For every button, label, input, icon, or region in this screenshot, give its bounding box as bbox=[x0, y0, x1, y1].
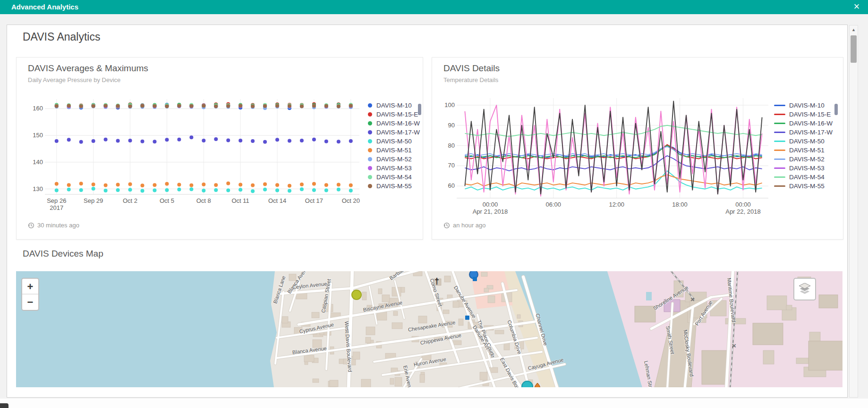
svg-text:140: 140 bbox=[33, 158, 43, 166]
legend-swatch bbox=[368, 130, 372, 134]
svg-text:Sep 29: Sep 29 bbox=[84, 197, 103, 204]
svg-text:12:00: 12:00 bbox=[609, 201, 624, 208]
map-layers-button[interactable] bbox=[793, 278, 816, 300]
legend-label: DAVIS-M-15-E bbox=[789, 111, 831, 118]
legend-label: DAVIS-M-17-W bbox=[789, 129, 833, 136]
close-icon[interactable]: × bbox=[850, 0, 863, 14]
legend-label: DAVIS-M-51 bbox=[376, 147, 412, 154]
legend-swatch bbox=[368, 175, 372, 179]
analytics-panel: DAVIS Analytics DAVIS Averages & Maximum… bbox=[7, 25, 848, 398]
legend-item[interactable]: DAVIS-M-17-W bbox=[774, 128, 833, 137]
legend-item[interactable]: DAVIS-M-51 bbox=[774, 146, 833, 155]
svg-text:00:00: 00:00 bbox=[735, 201, 751, 208]
legend-swatch bbox=[774, 185, 785, 187]
legend-swatch bbox=[774, 176, 785, 178]
legend-item[interactable]: DAVIS-M-16-W bbox=[368, 119, 420, 128]
svg-text:130: 130 bbox=[33, 185, 43, 192]
legend-label: DAVIS-M-10 bbox=[376, 102, 412, 109]
chart-legend: DAVIS-M-10DAVIS-M-15-EDAVIS-M-16-WDAVIS-… bbox=[368, 101, 420, 191]
svg-text:160: 160 bbox=[33, 105, 43, 112]
map-symbol: † bbox=[434, 277, 439, 285]
svg-text:Sep 26: Sep 26 bbox=[47, 197, 66, 204]
svg-text:Oct 11: Oct 11 bbox=[232, 197, 249, 204]
svg-text:70: 70 bbox=[448, 162, 455, 169]
window-titlebar: Advanced Analytics × bbox=[0, 0, 868, 14]
map-tiles bbox=[16, 271, 842, 387]
legend-item[interactable]: DAVIS-M-55 bbox=[774, 182, 833, 191]
legend-item[interactable]: DAVIS-M-15-E bbox=[368, 110, 420, 119]
legend-label: DAVIS-M-17-W bbox=[376, 129, 420, 136]
svg-text:Oct 5: Oct 5 bbox=[160, 197, 174, 204]
device-marker-blue-sq1[interactable] bbox=[473, 277, 477, 281]
scrollbar-up-arrow[interactable]: ▲ bbox=[850, 25, 858, 34]
history-clock-icon bbox=[28, 222, 34, 229]
legend-swatch bbox=[774, 158, 785, 160]
legend-label: DAVIS-M-54 bbox=[376, 174, 412, 181]
scrollbar-thumb[interactable] bbox=[851, 35, 857, 63]
legend-swatch bbox=[774, 105, 785, 106]
legend-swatch bbox=[368, 166, 372, 170]
legend-swatch bbox=[368, 112, 372, 117]
legend-item[interactable]: DAVIS-M-15-E bbox=[774, 110, 833, 119]
legend-item[interactable]: DAVIS-M-16-W bbox=[774, 119, 833, 128]
svg-text:Apr 22, 2018: Apr 22, 2018 bbox=[725, 208, 760, 215]
svg-text:150: 150 bbox=[33, 132, 43, 139]
legend-swatch bbox=[368, 103, 372, 108]
legend-item[interactable]: DAVIS-M-50 bbox=[774, 137, 833, 146]
legend-item[interactable]: DAVIS-M-10 bbox=[368, 101, 420, 110]
updated-status: 30 minutes ago bbox=[28, 222, 79, 229]
updated-status: an hour ago bbox=[443, 222, 485, 229]
legend-item[interactable]: DAVIS-M-51 bbox=[368, 146, 420, 155]
devices-map[interactable]: Blanca LaneBlanca AvenueCeylon AvenueCas… bbox=[16, 271, 842, 387]
svg-text:80: 80 bbox=[448, 142, 455, 149]
chart-legend: DAVIS-M-10DAVIS-M-15-EDAVIS-M-16-WDAVIS-… bbox=[774, 101, 833, 191]
card-averages-title: DAVIS Averages & Maximums bbox=[28, 63, 148, 74]
legend-label: DAVIS-M-51 bbox=[789, 147, 825, 154]
legend-item[interactable]: DAVIS-M-55 bbox=[368, 182, 420, 191]
legend-swatch bbox=[368, 157, 372, 161]
svg-text:Oct 2: Oct 2 bbox=[123, 197, 137, 204]
legend-item[interactable]: DAVIS-M-52 bbox=[774, 155, 833, 164]
legend-label: DAVIS-M-55 bbox=[376, 183, 412, 190]
zoom-out-button[interactable]: − bbox=[22, 294, 38, 310]
poi-flame[interactable] bbox=[534, 383, 541, 387]
legend-swatch bbox=[774, 141, 785, 142]
device-marker-yellow[interactable] bbox=[351, 290, 362, 300]
legend-label: DAVIS-M-53 bbox=[376, 165, 412, 172]
legend-swatch bbox=[774, 123, 785, 124]
legend-item[interactable]: DAVIS-M-53 bbox=[368, 164, 420, 173]
legend-scrollbar-thumb[interactable] bbox=[834, 104, 838, 115]
svg-text:100: 100 bbox=[444, 101, 455, 108]
map-symbol: × bbox=[732, 342, 736, 349]
card-details: DAVIS Details Temperature Details 00:00A… bbox=[432, 57, 843, 240]
legend-item[interactable]: DAVIS-M-50 bbox=[368, 137, 420, 146]
svg-text:Oct 8: Oct 8 bbox=[196, 197, 211, 204]
legend-label: DAVIS-M-16-W bbox=[376, 120, 420, 127]
legend-item[interactable]: DAVIS-M-54 bbox=[774, 173, 833, 182]
legend-swatch bbox=[368, 139, 372, 143]
averages-scatter-chart[interactable]: Sep 262017Sep 29Oct 2Oct 5Oct 8Oct 11Oct… bbox=[23, 92, 363, 219]
legend-swatch bbox=[368, 148, 372, 152]
legend-item[interactable]: DAVIS-M-54 bbox=[368, 173, 420, 182]
device-marker-blue-sq2[interactable] bbox=[465, 316, 469, 320]
card-details-title: DAVIS Details bbox=[443, 63, 500, 74]
svg-text:00:00: 00:00 bbox=[483, 201, 498, 208]
zoom-in-button[interactable]: + bbox=[22, 279, 38, 294]
taskbar-nub bbox=[0, 403, 9, 408]
legend-swatch bbox=[368, 121, 372, 125]
svg-text:Apr 21, 2018: Apr 21, 2018 bbox=[473, 208, 508, 215]
legend-item[interactable]: DAVIS-M-10 bbox=[774, 101, 833, 110]
panel-scrollbar[interactable]: ▲ bbox=[849, 25, 858, 398]
legend-item[interactable]: DAVIS-M-53 bbox=[774, 164, 833, 173]
legend-label: DAVIS-M-52 bbox=[789, 156, 825, 163]
legend-label: DAVIS-M-50 bbox=[789, 138, 825, 145]
layers-icon bbox=[798, 283, 811, 295]
svg-text:Oct 14: Oct 14 bbox=[268, 197, 286, 204]
legend-item[interactable]: DAVIS-M-52 bbox=[368, 155, 420, 164]
legend-label: DAVIS-M-53 bbox=[789, 165, 825, 172]
legend-scrollbar-thumb[interactable] bbox=[418, 104, 421, 115]
legend-swatch bbox=[774, 114, 785, 115]
bottom-strip bbox=[0, 399, 868, 408]
details-line-chart[interactable]: 00:00Apr 21, 201806:0012:0018:0000:00Apr… bbox=[438, 92, 771, 219]
legend-item[interactable]: DAVIS-M-17-W bbox=[368, 128, 420, 137]
